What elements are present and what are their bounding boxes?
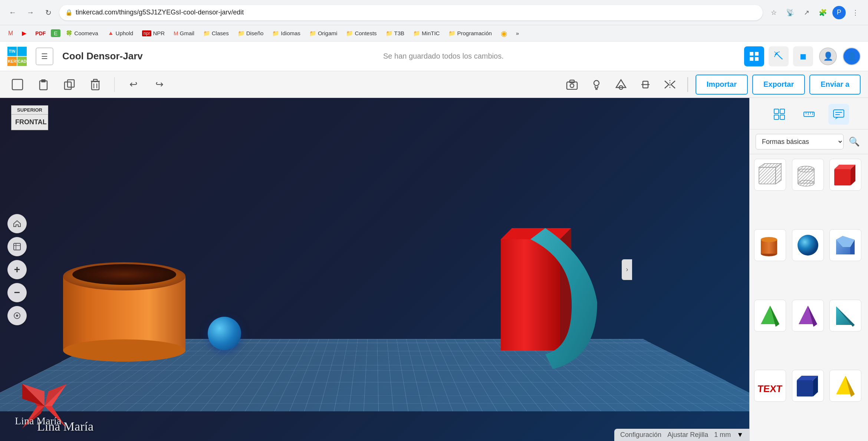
view-cube[interactable]: SUPERIOR FRONTAL — [11, 105, 48, 146]
svg-point-15 — [570, 84, 574, 88]
light-icon — [591, 79, 602, 90]
bookmark-npr[interactable]: npr NPR — [138, 29, 168, 38]
signature-text: Lina María — [15, 415, 119, 427]
search-shapes-button[interactable]: 🔍 — [846, 134, 862, 149]
panel-ruler-button[interactable] — [799, 104, 819, 125]
mirror-button[interactable] — [660, 75, 680, 95]
frame-icon — [13, 242, 22, 251]
address-bar[interactable]: 🔒 tinkercad.com/things/g5SJ1ZYEGsI-cool-… — [59, 5, 763, 20]
shape-cylinder-hole[interactable] — [792, 159, 824, 191]
home-view-button[interactable] — [7, 214, 27, 233]
more-menu-button[interactable]: ⋮ — [849, 6, 862, 19]
mintic-icon: 📁 — [413, 30, 420, 37]
logo-cad: CAD — [17, 57, 27, 66]
zoom-out-button[interactable]: − — [7, 283, 27, 302]
project-title[interactable]: Cool Densor-Jarv — [62, 50, 143, 62]
orange-cylinder-object[interactable] — [59, 247, 189, 367]
bookmark-more[interactable]: » — [512, 29, 523, 38]
panel-grid-button[interactable] — [769, 104, 790, 125]
frame-selection-button[interactable] — [7, 237, 27, 256]
block-view-button[interactable]: ◼ — [793, 46, 813, 66]
bookmark-uphold[interactable]: 🔺 Uphold — [103, 29, 137, 38]
svg-rect-47 — [774, 115, 779, 119]
user-avatar-button[interactable]: 👤 — [843, 47, 861, 65]
profile-button[interactable]: P — [832, 6, 846, 19]
reset-view-button[interactable] — [7, 306, 27, 325]
extensions-button[interactable]: 🧩 — [816, 6, 829, 19]
shapes-category-select[interactable]: Formas básicas — [756, 134, 844, 149]
ajustar-rejilla-label: Ajustar Rejilla — [667, 431, 708, 439]
blue-sphere-object[interactable] — [208, 317, 241, 350]
youtube-icon: ▶ — [22, 30, 26, 37]
shape-pyramid-purple[interactable] — [792, 300, 824, 332]
svg-marker-20 — [616, 80, 626, 88]
hamburger-menu-button[interactable]: ☰ — [36, 47, 53, 65]
shape-pyramid-yellow[interactable] — [829, 370, 861, 402]
bookmark-programacion[interactable]: 📁 Programación — [445, 29, 495, 38]
panel-collapse-button[interactable]: › — [622, 259, 632, 280]
bookmark-gmail[interactable]: M — [4, 29, 17, 38]
grid-adjust-button[interactable]: ▼ — [737, 431, 743, 439]
delete-button[interactable] — [85, 75, 105, 95]
align-button[interactable] — [635, 75, 655, 95]
svg-marker-43 — [45, 384, 67, 406]
toolbar-separator-1 — [114, 77, 115, 92]
add-user-button[interactable]: 👤 — [819, 47, 837, 65]
shape-cone-teal[interactable] — [829, 300, 861, 332]
view-cube-front-label[interactable]: FRONTAL — [11, 114, 48, 130]
bookmark-origami[interactable]: 📁 Origami — [306, 29, 341, 38]
shape-button[interactable] — [611, 75, 631, 95]
bookmark-clases[interactable]: 📁 Clases — [200, 29, 233, 38]
paste-button[interactable] — [33, 75, 53, 95]
canvas-area[interactable]: SUPERIOR FRONTAL + − — [0, 98, 749, 441]
camera-button[interactable] — [562, 75, 582, 95]
shape-pyramid-green[interactable] — [754, 300, 786, 332]
new-shape-button[interactable] — [7, 75, 27, 95]
duplicate-button[interactable] — [59, 75, 79, 95]
forward-button[interactable]: → — [24, 6, 37, 19]
panel-chat-button[interactable] — [828, 104, 849, 125]
panel-top-icons — [750, 98, 868, 129]
export-button[interactable]: Exportar — [752, 75, 805, 95]
bookmark-diseno[interactable]: 📁 Diseño — [234, 29, 267, 38]
red-teal-group[interactable] — [501, 228, 612, 371]
bookmark-gmail2[interactable]: M Gmail — [170, 29, 198, 38]
chevron-right-icon: › — [626, 266, 628, 273]
bookmark-idiomas[interactable]: 📁 Idiomas — [269, 29, 304, 38]
share-button[interactable]: ↗ — [800, 6, 813, 19]
redo-button[interactable]: ↪ — [149, 75, 170, 95]
grid-value: 1 mm — [714, 431, 731, 439]
shape-text-red[interactable]: TEXT — [754, 370, 786, 402]
panel-chat-icon — [833, 108, 845, 120]
home-icon — [13, 219, 22, 228]
shape-box-hole[interactable] — [754, 159, 786, 191]
bottom-status-bar: Configuración Ajustar Rejilla 1 mm ▼ — [614, 429, 749, 441]
bookmark-e[interactable]: E — [51, 29, 60, 37]
bookmark-pdf[interactable]: PDF — [32, 29, 49, 38]
zoom-in-button[interactable]: + — [7, 260, 27, 279]
bookmark-mintic[interactable]: 📁 MinTIC — [410, 29, 443, 38]
shape-box-solid[interactable] — [829, 159, 861, 191]
bookmark-page-button[interactable]: ☆ — [767, 6, 780, 19]
view-cube-top-label[interactable]: SUPERIOR — [11, 105, 48, 115]
import-button[interactable]: Importar — [696, 75, 748, 95]
reload-button[interactable]: ↻ — [42, 6, 55, 19]
shape-cylinder-solid[interactable] — [754, 229, 786, 261]
shape-wedge-solid[interactable] — [829, 229, 861, 261]
send-button[interactable]: Enviar a — [809, 75, 861, 95]
shape-box-navy[interactable] — [792, 370, 824, 402]
pickaxe-view-button[interactable]: ⛏ — [769, 46, 789, 66]
bookmark-t3b[interactable]: 📁 T3B — [382, 29, 408, 38]
bookmark-coomeva[interactable]: 🍀 Coomeva — [62, 29, 102, 38]
light-button[interactable] — [586, 75, 606, 95]
screen-cast-button[interactable]: 📡 — [783, 6, 797, 19]
shape-sphere-solid[interactable] — [792, 229, 824, 261]
grid-view-button[interactable] — [744, 46, 764, 66]
bookmark-circle[interactable]: ◉ — [497, 27, 511, 39]
back-button[interactable]: ← — [6, 6, 19, 19]
duplicate-icon — [64, 79, 75, 90]
bookmark-youtube[interactable]: ▶ — [18, 28, 30, 38]
grid-view-icon — [749, 51, 759, 62]
undo-button[interactable]: ↩ — [124, 75, 144, 95]
bookmark-contests[interactable]: 📁 Contests — [342, 29, 380, 38]
